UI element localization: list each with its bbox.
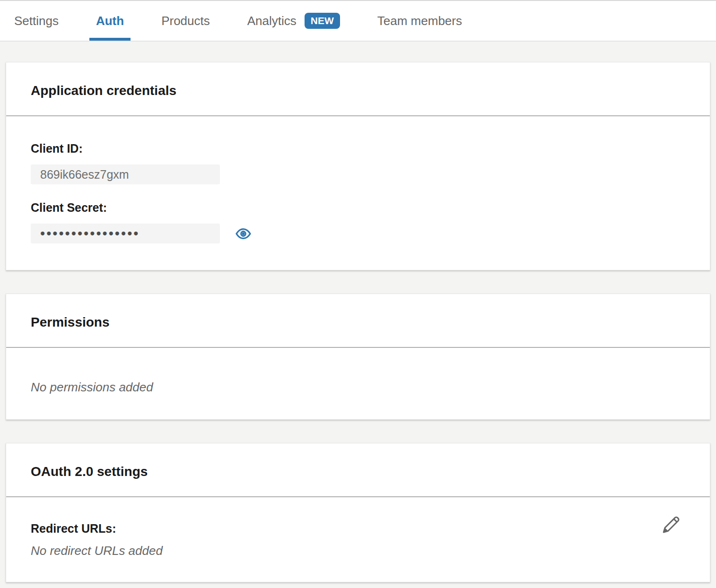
tab-settings[interactable]: Settings [8,1,65,41]
redirect-urls-label: Redirect URLs: [31,522,685,536]
client-secret-masked-value[interactable]: •••••••••••••••• [31,224,220,243]
eye-icon [235,226,252,242]
oauth-settings-title: OAuth 2.0 settings [6,443,710,497]
tab-settings-label: Settings [14,14,59,28]
client-id-value[interactable]: 869ik66esz7gxm [31,164,220,184]
application-credentials-title: Application credentials [6,62,710,116]
tab-analytics[interactable]: Analytics NEW [241,1,347,41]
tab-auth[interactable]: Auth [89,1,131,41]
permissions-body: No permissions added [6,348,710,419]
no-redirect-urls-text: No redirect URLs added [31,544,685,558]
new-badge: NEW [305,13,340,29]
pencil-icon [661,513,681,535]
tab-team-members[interactable]: Team members [371,1,469,41]
app-tab-bar: Settings Auth Products Analytics NEW Tea… [0,0,716,42]
application-credentials-card: Application credentials Client ID: 869ik… [6,62,710,270]
permissions-card: Permissions No permissions added [6,294,710,420]
application-credentials-body: Client ID: 869ik66esz7gxm Client Secret:… [6,116,710,270]
client-secret-row: •••••••••••••••• [31,224,685,243]
oauth-settings-card: OAuth 2.0 settings Redirect URLs: No red… [6,443,710,582]
tab-auth-label: Auth [96,14,124,28]
edit-redirect-urls-button[interactable] [661,512,681,536]
client-id-label: Client ID: [31,142,685,156]
tab-analytics-label: Analytics [247,14,297,28]
tab-team-members-label: Team members [377,14,462,28]
tab-products[interactable]: Products [155,1,217,41]
auth-tab-content: Application credentials Client ID: 869ik… [0,42,716,582]
client-secret-label: Client Secret: [31,201,685,215]
oauth-settings-body: Redirect URLs: No redirect URLs added [6,497,710,582]
permissions-title: Permissions [6,294,710,348]
show-client-secret-button[interactable] [234,225,252,242]
no-permissions-text: No permissions added [31,380,685,395]
tab-products-label: Products [161,14,210,28]
